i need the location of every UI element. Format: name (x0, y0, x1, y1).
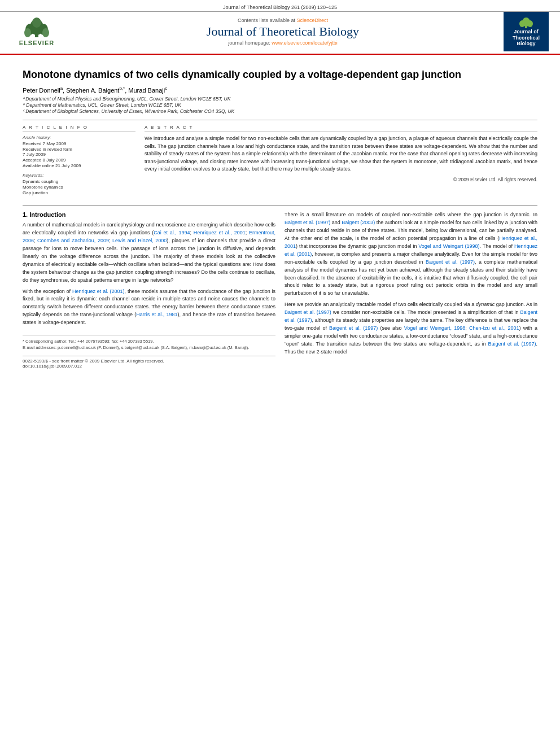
authors-line: Peter Donnella, Stephen A. Baigentb,*, M… (23, 86, 537, 94)
sciencedirect-link[interactable]: ScienceDirect (297, 18, 329, 23)
citation-baigent97c[interactable]: Baigent et al. (1997) (285, 309, 331, 315)
footnote-section: * Corresponding author. Tel.: +44 207679… (23, 335, 275, 350)
article-info-col: A R T I C L E I N F O Article history: R… (23, 125, 135, 196)
citation-baigent97e[interactable]: Baigent et al. (1997) (329, 325, 378, 331)
main-body: 1. Introduction A number of mathematical… (23, 205, 537, 369)
online-date: Available online 21 July 2009 (23, 163, 135, 168)
keyword-2: Monotone dynamics (23, 185, 135, 190)
citation-cai[interactable]: Cai et al., 1994 (154, 230, 190, 235)
elsevier-tree-icon (20, 17, 54, 40)
affil-c: ᶜ Department of Biological Sciences, Uni… (23, 108, 537, 114)
copyright-notice: © 2009 Elsevier Ltd. All rights reserved… (145, 177, 537, 182)
paper-title: Monotone dynamics of two cells dynamical… (23, 68, 537, 81)
sciencedirect-line: Contents lists available at ScienceDirec… (62, 18, 504, 23)
article-info-heading: A R T I C L E I N F O (23, 125, 135, 132)
issn-line: 0022-5193/$ - see front matter © 2009 El… (23, 359, 275, 364)
footnote-email: E-mail addresses: p.donnell@ucl.ac.uk (P… (23, 345, 275, 350)
svg-point-5 (42, 28, 49, 37)
citation-harris[interactable]: Harris et al., 1981 (136, 312, 177, 317)
svg-point-4 (24, 28, 31, 37)
logo-tree-icon (518, 16, 535, 29)
citation-baigent97f[interactable]: Baigent et al. (1997) (488, 341, 536, 347)
doi-line: doi:10.1016/j.jtbi.2009.07.012 (23, 364, 275, 369)
accepted-date: Accepted 8 July 2009 (23, 158, 135, 163)
right-paragraph-1: There is a small literature on models of… (285, 211, 537, 298)
received-date: Received 7 May 2009 (23, 141, 135, 146)
article-info-abstract-row: A R T I C L E I N F O Article history: R… (23, 120, 537, 196)
contents-text: Contents lists available at (238, 18, 295, 23)
right-paragraph-2: Here we provide an analytically tractabl… (285, 301, 537, 356)
affil-b: ᵇ Department of Mathematics, UCL, Gower … (23, 102, 537, 108)
citation-henriquez[interactable]: Henriquez et al., 2001 (194, 230, 246, 235)
citation-chenizu[interactable]: Chen-Izu et al., 2001 (469, 325, 519, 331)
keyword-1: Dynamic coupling (23, 179, 135, 184)
paper-content: Monotone dynamics of two cells dynamical… (0, 55, 560, 374)
keyword-3: Gap junction (23, 190, 135, 195)
affil-a: ᵃ Department of Medical Physics and Bioe… (23, 96, 537, 102)
revised-date: Received in revised form7 July 2009 (23, 147, 135, 157)
author-murad: Murad Banajic (128, 87, 167, 94)
section-number: 1. (23, 211, 28, 218)
article-history-label: Article history: (23, 135, 135, 140)
abstract-heading: A B S T R A C T (145, 125, 537, 132)
keywords-label: Keywords: (23, 173, 135, 178)
intro-paragraph-1: A number of mathematical models in cardi… (23, 221, 275, 285)
citation-henriquez2[interactable]: Henriquez et al. (2001) (72, 289, 125, 294)
journal-title-block: Contents lists available at ScienceDirec… (62, 18, 504, 46)
abstract-col: A B S T R A C T We introduce and analyse… (145, 125, 537, 196)
journal-top-bar: ELSEVIER Contents lists available at Sci… (0, 12, 560, 51)
journal-logo-box: Journal ofTheoreticalBiology (504, 12, 549, 51)
svg-point-10 (527, 20, 533, 27)
citation-baigent2003[interactable]: Baigent (2003) (342, 220, 375, 225)
logo-title: Journal ofTheoreticalBiology (513, 29, 540, 47)
footnote-corresponding: * Corresponding author. Tel.: +44 207679… (23, 339, 275, 344)
svg-point-9 (519, 20, 525, 27)
intro-section-title: 1. Introduction (23, 211, 275, 218)
homepage-url[interactable]: www.elsevier.com/locate/yjtbi (272, 40, 338, 46)
citation-bar: Journal of Theoretical Biology 261 (2009… (0, 3, 560, 12)
footer-bar: 0022-5193/$ - see front matter © 2009 El… (23, 356, 275, 369)
citation-baigent97b[interactable]: Baigent et al. (1997) (426, 259, 475, 265)
citation-coombes[interactable]: Coombes and Zachariou, 2009 (37, 238, 109, 243)
intro-paragraph-2: With the exception of Henriquez et al. (… (23, 288, 275, 327)
journal-homepage: journal homepage: www.elsevier.com/locat… (62, 40, 504, 46)
citation-baigent97[interactable]: Baigent et al. (1997) (285, 220, 330, 225)
citation-text: Journal of Theoretical Biology 261 (2009… (223, 5, 337, 10)
journal-header: Journal of Theoretical Biology 261 (2009… (0, 0, 560, 55)
elsevier-text: ELSEVIER (19, 40, 54, 46)
affiliations: ᵃ Department of Medical Physics and Bioe… (23, 96, 537, 114)
citation-henriquez4[interactable]: Henriquez et al. (2001) (285, 243, 537, 257)
body-left-col: 1. Introduction A number of mathematical… (23, 211, 275, 369)
keywords-list: Dynamic coupling Monotone dynamics Gap j… (23, 179, 135, 195)
author-peter: Peter Donnella, (23, 87, 66, 94)
homepage-text: journal homepage: (228, 40, 270, 46)
citation-henriquez3[interactable]: Henriquez et al., 2001 (285, 235, 537, 249)
citation-lewis[interactable]: Lewis and Rinzel, 2000 (112, 238, 167, 243)
citation-vogel2[interactable]: Vogel and Weingart, 1998 (404, 325, 465, 331)
elsevier-logo: ELSEVIER (11, 15, 62, 49)
body-right-col: There is a small literature on models of… (285, 211, 537, 369)
section-title-text: Introduction (29, 211, 65, 218)
abstract-text: We introduce and analyse a simple model … (145, 135, 537, 173)
main-journal-title: Journal of Theoretical Biology (62, 24, 504, 39)
author-stephen: Stephen A. Baigentb,*, (66, 87, 128, 94)
citation-vogel[interactable]: Vogel and Weingart (1998) (418, 243, 479, 249)
svg-point-6 (32, 18, 41, 28)
